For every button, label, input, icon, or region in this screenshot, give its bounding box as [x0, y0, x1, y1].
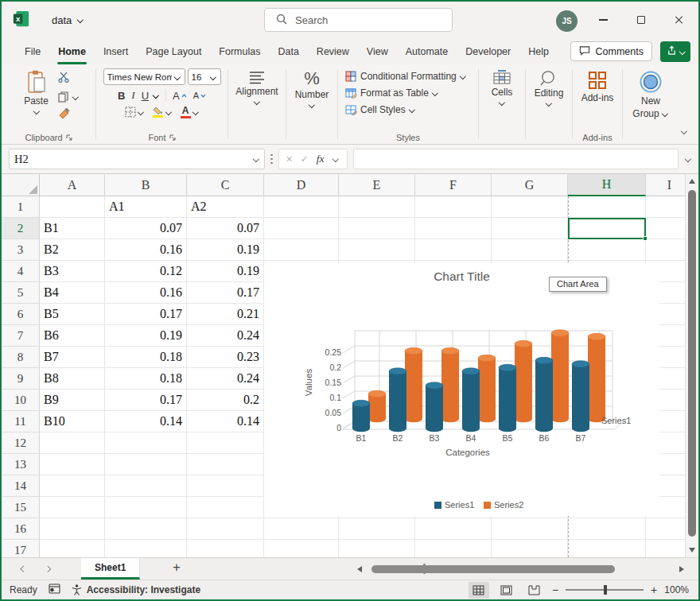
cell-C12[interactable] — [187, 432, 264, 454]
cell-B14[interactable] — [105, 475, 187, 497]
cell-styles-button[interactable]: Cell Styles — [345, 104, 416, 115]
column-header-D[interactable]: D — [264, 174, 339, 196]
menu-tab-data[interactable]: Data — [269, 38, 307, 64]
cell-I17[interactable] — [646, 540, 685, 557]
add-sheet-button[interactable]: + — [173, 560, 181, 576]
bar-series2-B6[interactable] — [551, 330, 569, 422]
format-painter-button[interactable] — [58, 108, 80, 122]
zoom-slider[interactable] — [566, 589, 644, 591]
bar-series1-B6[interactable] — [535, 357, 553, 432]
cell-C15[interactable] — [187, 497, 264, 518]
row-header-17[interactable]: 17 — [2, 540, 40, 557]
cell-I2[interactable] — [646, 218, 685, 239]
hscroll-right-arrow[interactable] — [679, 566, 684, 572]
cell-A6[interactable]: B5 — [40, 304, 105, 325]
cell-A14[interactable] — [40, 475, 105, 497]
cell-A17[interactable] — [40, 540, 105, 557]
alignment-button[interactable]: Alignment — [232, 68, 281, 107]
cell-C17[interactable] — [187, 540, 264, 557]
series-axis-label[interactable]: Series1 — [601, 416, 631, 425]
cell-B3[interactable]: 0.16 — [105, 239, 187, 261]
name-box[interactable]: H2 — [9, 149, 265, 169]
cell-B9[interactable]: 0.18 — [105, 368, 187, 390]
normal-view-button[interactable] — [469, 582, 489, 599]
cell-F17[interactable] — [415, 540, 492, 557]
cell-C2[interactable]: 0.07 — [187, 218, 264, 239]
search-input[interactable]: Search — [264, 8, 453, 32]
cell-D1[interactable] — [264, 196, 339, 218]
cell-B10[interactable]: 0.17 — [105, 390, 187, 411]
cell-A3[interactable]: B2 — [40, 239, 105, 261]
copy-button[interactable] — [58, 91, 80, 103]
cell-H1[interactable] — [568, 196, 646, 218]
cell-D3[interactable] — [264, 239, 339, 261]
cell-E1[interactable] — [339, 196, 415, 218]
chart-xlabel[interactable]: Categories — [445, 448, 490, 457]
cell-B5[interactable]: 0.16 — [105, 282, 187, 304]
cell-C1[interactable]: A2 — [187, 196, 264, 218]
sheet-grid[interactable]: ABCDEFGHI 1A1A22B10.070.073B20.160.194B3… — [2, 174, 685, 557]
share-button[interactable] — [660, 41, 690, 62]
cell-C14[interactable] — [187, 475, 264, 497]
increase-font-button[interactable]: A — [173, 90, 187, 102]
format-as-table-button[interactable]: Format as Table — [345, 87, 439, 99]
bar-series1-B1[interactable] — [352, 400, 370, 432]
editing-button[interactable]: Editing — [531, 68, 567, 108]
zoom-in-button[interactable]: + — [651, 584, 657, 596]
drag-handle-dots[interactable] — [270, 154, 273, 165]
underline-button[interactable]: U — [142, 90, 149, 102]
cell-A8[interactable]: B7 — [40, 347, 105, 368]
horizontal-scroll-thumb[interactable] — [371, 565, 615, 573]
menu-tab-review[interactable]: Review — [308, 38, 358, 64]
menu-tab-view[interactable]: View — [358, 38, 397, 64]
vertical-scrollbar[interactable] — [685, 174, 698, 557]
cell-I16[interactable] — [646, 518, 685, 540]
cell-D17[interactable] — [264, 540, 339, 557]
cell-I1[interactable] — [646, 196, 685, 218]
cell-C6[interactable]: 0.21 — [187, 304, 264, 325]
menu-tab-help[interactable]: Help — [519, 38, 558, 64]
next-sheet-arrow[interactable] — [45, 566, 52, 572]
cell-H17[interactable] — [568, 540, 646, 557]
collapse-ribbon-chevron[interactable] — [680, 128, 687, 134]
cell-B4[interactable]: 0.12 — [105, 261, 187, 282]
accessibility-status[interactable]: Accessibility: Investigate — [72, 584, 200, 595]
row-header-9[interactable]: 9 — [2, 368, 40, 390]
cell-C9[interactable]: 0.24 — [187, 368, 264, 390]
row-header-7[interactable]: 7 — [2, 325, 40, 347]
cell-B2[interactable]: 0.07 — [105, 218, 187, 239]
document-title-chip[interactable]: data — [52, 14, 84, 26]
page-layout-view-button[interactable] — [496, 582, 517, 599]
menu-tab-insert[interactable]: Insert — [95, 38, 137, 64]
row-header-14[interactable]: 14 — [2, 475, 40, 497]
category-label-B2[interactable]: B2 — [393, 433, 403, 443]
menu-tab-file[interactable]: File — [16, 38, 49, 64]
maximize-button[interactable] — [622, 2, 660, 38]
legend-item-series2[interactable]: Series2 — [484, 500, 523, 510]
cell-A16[interactable] — [40, 518, 105, 540]
bar-series2-B7[interactable] — [588, 333, 605, 422]
category-label-B6[interactable]: B6 — [539, 433, 550, 443]
zoom-slider-thumb[interactable] — [604, 585, 607, 595]
row-header-12[interactable]: 12 — [2, 432, 40, 454]
menu-tab-automate[interactable]: Automate — [397, 38, 457, 64]
row-header-16[interactable]: 16 — [2, 518, 40, 540]
row-header-8[interactable]: 8 — [2, 347, 40, 368]
hscroll-left-arrow[interactable] — [357, 566, 362, 572]
close-button[interactable] — [660, 2, 698, 38]
dialog-launcher-icon[interactable] — [169, 134, 176, 141]
fill-color-button[interactable] — [153, 107, 173, 118]
chart-ylabel[interactable]: Values — [304, 369, 313, 397]
row-header-4[interactable]: 4 — [2, 261, 40, 282]
embedded-chart[interactable]: Chart Title 00.050.10.150.20.25B1B2B3B4B… — [264, 263, 659, 516]
column-header-A[interactable]: A — [40, 174, 105, 196]
cell-D16[interactable] — [264, 518, 339, 540]
borders-button[interactable] — [125, 107, 145, 118]
italic-button[interactable]: I — [131, 89, 134, 102]
bar-series1-B4[interactable] — [462, 368, 480, 432]
dialog-launcher-icon[interactable] — [66, 134, 72, 141]
zoom-out-button[interactable]: − — [552, 584, 558, 596]
row-header-1[interactable]: 1 — [2, 196, 40, 218]
cell-B7[interactable]: 0.19 — [105, 325, 187, 347]
prev-sheet-arrow[interactable] — [19, 566, 26, 572]
